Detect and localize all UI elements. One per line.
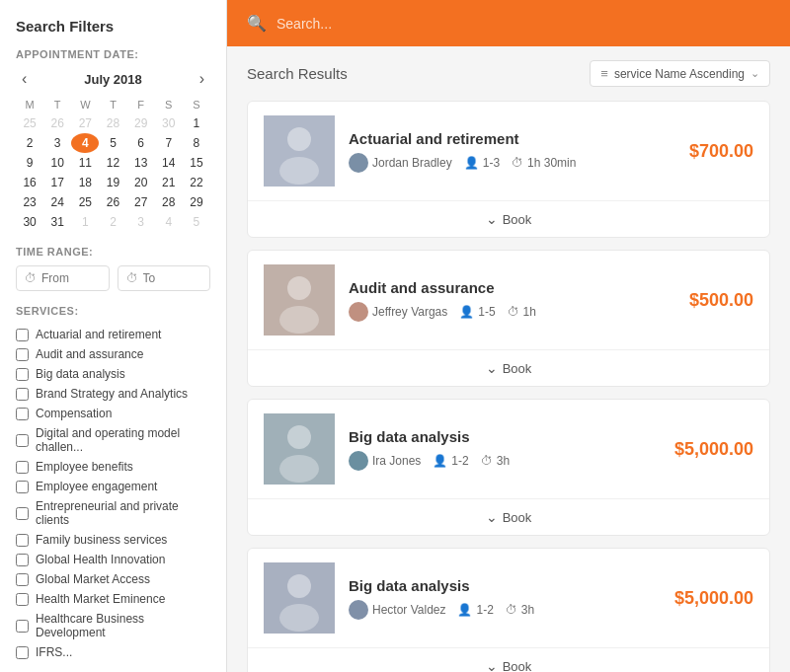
calendar-day[interactable]: 5 xyxy=(99,133,126,153)
calendar-day[interactable]: 26 xyxy=(43,113,71,133)
calendar-day[interactable]: 25 xyxy=(71,192,99,212)
service-list-item[interactable]: Audit and assurance xyxy=(16,344,210,364)
service-checkbox[interactable] xyxy=(16,620,29,633)
service-checkbox[interactable] xyxy=(16,461,29,474)
search-input[interactable] xyxy=(276,16,770,32)
duration-item: ⏱1h xyxy=(508,305,536,319)
calendar-day[interactable]: 22 xyxy=(183,173,210,192)
calendar-day[interactable]: 6 xyxy=(127,133,155,153)
duration-value: 1h 30min xyxy=(527,156,576,170)
service-checkbox[interactable] xyxy=(16,408,29,420)
calendar-day[interactable]: 17 xyxy=(43,173,71,192)
calendar-day[interactable]: 9 xyxy=(16,153,43,173)
service-checkbox[interactable] xyxy=(16,593,29,606)
book-button[interactable]: ⌄ Book xyxy=(264,509,753,525)
service-checkbox[interactable] xyxy=(16,368,29,381)
calendar-day[interactable]: 14 xyxy=(155,153,183,173)
calendar-prev-button[interactable]: ‹ xyxy=(16,68,33,90)
calendar-day[interactable]: 26 xyxy=(99,192,126,212)
capacity-item: 👤1-2 xyxy=(433,454,468,468)
service-checkbox[interactable] xyxy=(16,507,29,520)
service-checkbox[interactable] xyxy=(16,329,29,341)
calendar-day[interactable]: 21 xyxy=(155,173,183,192)
service-list-item[interactable]: Employee benefits xyxy=(16,457,210,477)
calendar-day[interactable]: 23 xyxy=(16,192,43,212)
card-info: Big data analysisIra Jones👤1-2⏱3h xyxy=(349,428,661,471)
calendar-day[interactable]: 29 xyxy=(127,113,155,133)
service-checkbox[interactable] xyxy=(16,481,29,493)
calendar-day[interactable]: 18 xyxy=(71,173,99,192)
service-checkbox[interactable] xyxy=(16,573,29,586)
calendar-day[interactable]: 30 xyxy=(16,212,43,232)
to-time-input[interactable]: ⏱ xyxy=(118,265,211,291)
calendar-next-button[interactable]: › xyxy=(194,68,210,90)
calendar-day[interactable]: 27 xyxy=(71,113,99,133)
result-card: Big data analysisIra Jones👤1-2⏱3h$5,000.… xyxy=(247,399,770,536)
calendar-day[interactable]: 10 xyxy=(43,153,71,173)
calendar-day[interactable]: 29 xyxy=(183,192,210,212)
calendar-day[interactable]: 2 xyxy=(16,133,43,153)
calendar-day[interactable]: 15 xyxy=(183,153,210,173)
calendar-day[interactable]: 13 xyxy=(127,153,155,173)
calendar-day[interactable]: 31 xyxy=(43,212,71,232)
service-checkbox[interactable] xyxy=(16,348,29,361)
calendar-day[interactable]: 1 xyxy=(183,113,210,133)
calendar-day[interactable]: 11 xyxy=(71,153,99,173)
service-list-item[interactable]: Entrepreneurial and private clients xyxy=(16,496,210,530)
service-checkbox[interactable] xyxy=(16,554,29,566)
service-checkbox[interactable] xyxy=(16,534,29,547)
card-footer: ⌄ Book xyxy=(248,647,769,672)
from-time-input[interactable]: ⏱ xyxy=(16,265,110,291)
people-icon: 👤 xyxy=(459,305,474,319)
service-list-item[interactable]: Compensation xyxy=(16,404,210,423)
from-input-field[interactable] xyxy=(41,271,101,285)
calendar-day[interactable]: 30 xyxy=(155,113,183,133)
svg-point-7 xyxy=(287,425,311,449)
calendar-day[interactable]: 28 xyxy=(155,192,183,212)
calendar-day[interactable]: 16 xyxy=(16,173,43,192)
calendar-day[interactable]: 4 xyxy=(155,212,183,232)
calendar-day[interactable]: 25 xyxy=(16,113,43,133)
calendar-day[interactable]: 12 xyxy=(99,153,126,173)
calendar-day[interactable]: 5 xyxy=(183,212,210,232)
calendar-day[interactable]: 7 xyxy=(155,133,183,153)
service-label: Healthcare Business Development xyxy=(36,612,210,639)
service-list-item[interactable]: Actuarial and retirement xyxy=(16,325,210,344)
duration-value: 3h xyxy=(497,454,510,468)
calendar-day[interactable]: 20 xyxy=(127,173,155,192)
book-button[interactable]: ⌄ Book xyxy=(264,360,753,376)
calendar-day[interactable]: 8 xyxy=(183,133,210,153)
calendar-day[interactable]: 2 xyxy=(99,212,126,232)
sort-dropdown[interactable]: ≡ service Name Ascending ⌄ xyxy=(590,60,770,87)
provider-item: Ira Jones xyxy=(349,451,421,471)
service-checkbox[interactable] xyxy=(16,646,29,659)
calendar-day[interactable]: 24 xyxy=(43,192,71,212)
to-input-field[interactable] xyxy=(143,271,202,285)
calendar-day[interactable]: 1 xyxy=(71,212,99,232)
service-label: Entrepreneurial and private clients xyxy=(36,499,210,527)
service-list-item[interactable]: Global Health Innovation xyxy=(16,550,210,569)
calendar-day[interactable]: 4 xyxy=(71,133,99,153)
calendar-day[interactable]: 3 xyxy=(43,133,71,153)
calendar-day[interactable]: 27 xyxy=(127,192,155,212)
service-list-item[interactable]: IFRS... xyxy=(16,642,210,662)
service-list-item[interactable]: Digital and operating model challen... xyxy=(16,423,210,457)
service-checkbox[interactable] xyxy=(16,388,29,401)
service-list-item[interactable]: Big data analysis xyxy=(16,364,210,384)
service-list-item[interactable]: Brand Strategy and Analytics xyxy=(16,384,210,404)
book-button[interactable]: ⌄ Book xyxy=(264,211,753,227)
service-list-item[interactable]: Healthcare Business Development xyxy=(16,609,210,642)
service-list-item[interactable]: Global Market Access xyxy=(16,569,210,589)
service-checkbox[interactable] xyxy=(16,434,29,447)
calendar-day[interactable]: 19 xyxy=(99,173,126,192)
service-label: Digital and operating model challen... xyxy=(36,426,210,454)
calendar-day[interactable]: 28 xyxy=(99,113,126,133)
provider-name: Hector Valdez xyxy=(372,603,445,617)
svg-point-2 xyxy=(279,157,319,185)
service-list-item[interactable]: Family business services xyxy=(16,530,210,550)
book-button[interactable]: ⌄ Book xyxy=(264,658,753,672)
service-list-item[interactable]: Employee engagement xyxy=(16,477,210,496)
card-footer: ⌄ Book xyxy=(248,498,769,535)
service-list-item[interactable]: Health Market Eminence xyxy=(16,589,210,609)
calendar-day[interactable]: 3 xyxy=(127,212,155,232)
